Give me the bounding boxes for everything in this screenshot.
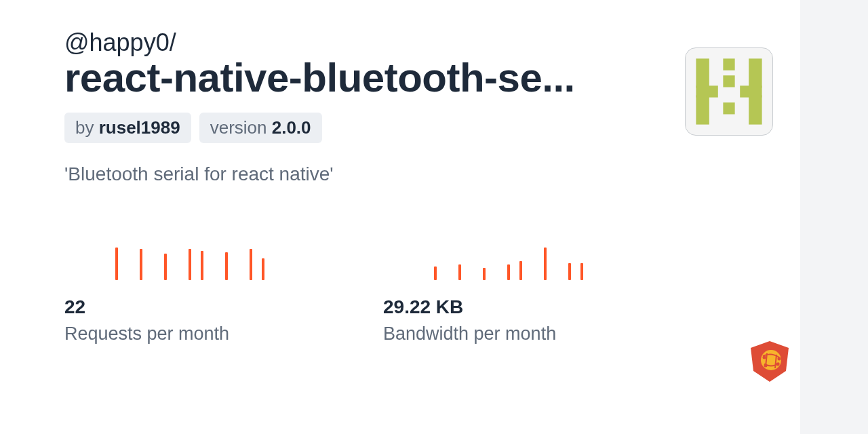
requests-value: 22	[64, 296, 336, 318]
spark-bar	[164, 254, 167, 280]
stats-row: 22 Requests per month 29.22 KB Bandwidth…	[64, 246, 675, 344]
spark-bar	[483, 268, 486, 280]
spark-bar	[544, 248, 547, 280]
package-description: 'Bluetooth serial for react native'	[64, 163, 675, 185]
spark-bar	[140, 249, 142, 280]
svg-rect-1	[696, 95, 709, 124]
svg-rect-8	[723, 102, 734, 114]
svg-rect-0	[696, 58, 709, 87]
svg-point-14	[776, 363, 780, 366]
svg-rect-5	[740, 85, 762, 97]
version-prefix: version	[210, 117, 272, 138]
bandwidth-value: 29.22 KB	[383, 296, 654, 318]
requests-stat: 22 Requests per month	[64, 246, 336, 344]
version-value: 2.0.0	[272, 117, 311, 138]
spark-bar	[201, 251, 203, 280]
svg-rect-3	[749, 58, 762, 87]
svg-rect-2	[696, 85, 717, 97]
jsdelivr-logo-icon	[749, 340, 790, 383]
spark-bar	[568, 263, 571, 280]
svg-rect-6	[723, 58, 734, 70]
svg-rect-7	[723, 75, 734, 87]
bandwidth-sparkline	[434, 246, 654, 280]
requests-sparkline	[115, 246, 336, 280]
spark-bar	[225, 252, 228, 280]
spark-bar	[250, 249, 252, 280]
spark-bar	[189, 249, 191, 280]
package-card: @happy0/ react-native-bluetooth-se... by…	[64, 31, 675, 344]
bandwidth-stat: 29.22 KB Bandwidth per month	[383, 246, 654, 344]
package-avatar	[685, 47, 773, 136]
author-prefix: by	[75, 117, 99, 138]
bandwidth-label: Bandwidth per month	[383, 323, 654, 344]
spark-bar	[580, 263, 583, 280]
version-badge[interactable]: version 2.0.0	[199, 113, 322, 143]
author-name: rusel1989	[99, 117, 180, 138]
side-strip	[800, 0, 868, 434]
spark-bar	[262, 258, 264, 280]
svg-point-13	[764, 364, 768, 368]
spark-bar	[507, 264, 510, 280]
avatar-icon	[692, 55, 766, 128]
requests-label: Requests per month	[64, 323, 336, 344]
spark-bar	[458, 264, 461, 280]
spark-bar	[519, 261, 522, 280]
badge-row: by rusel1989 version 2.0.0	[64, 113, 675, 143]
spark-bar	[115, 248, 118, 280]
author-badge[interactable]: by rusel1989	[64, 113, 191, 143]
spark-bar	[434, 267, 437, 280]
svg-rect-4	[749, 95, 762, 124]
svg-point-11	[763, 356, 766, 359]
package-name: react-native-bluetooth-se...	[64, 56, 675, 99]
package-scope: @happy0/	[64, 31, 675, 55]
svg-point-12	[778, 357, 781, 361]
